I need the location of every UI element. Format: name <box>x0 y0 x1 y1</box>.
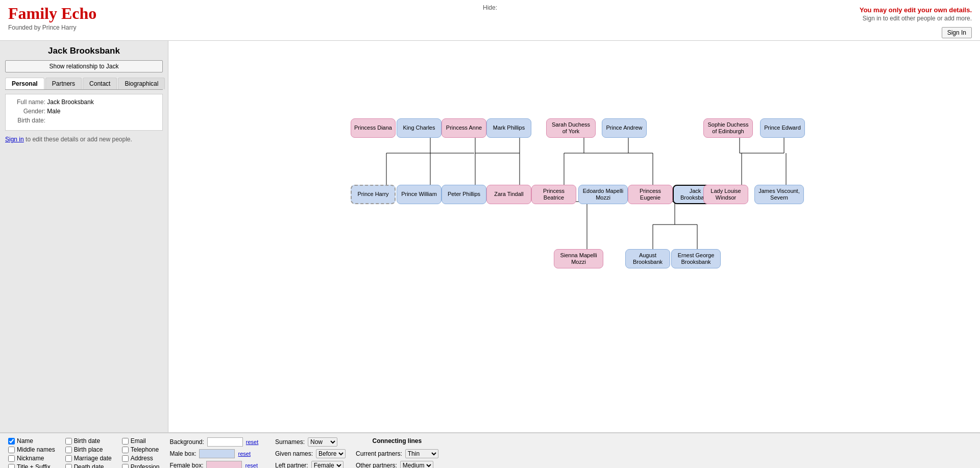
left-partner-select[interactable]: FemaleMaleNone <box>311 461 344 468</box>
sign-in-prompt-text: to edit these details or add new people. <box>26 136 132 143</box>
male-box-label: Male box: <box>169 450 196 457</box>
checkbox-label-profession: Profession <box>131 463 160 468</box>
connecting-lines-section: Connecting lines Current partners: ThinM… <box>356 437 438 468</box>
full-name-value: Jack Brooksbank <box>47 98 93 106</box>
tab-partners[interactable]: Partners <box>45 78 82 89</box>
founded-text: Founded by Prince Harry <box>8 24 96 31</box>
checkbox-label-birth_place: Birth place <box>74 446 103 453</box>
checkbox-profession[interactable] <box>122 464 129 469</box>
current-partners-label: Current partners: <box>356 450 402 457</box>
checkbox-telephone[interactable] <box>122 447 129 453</box>
checkbox-label-middle_names: Middle names <box>17 446 55 453</box>
checkbox-title_suffix[interactable] <box>8 464 15 469</box>
app-title: Family Echo <box>8 4 96 23</box>
checkbox-label-email: Email <box>131 437 146 445</box>
opt-row-birth_date: Birth date <box>65 437 112 445</box>
checkbox-email[interactable] <box>122 438 129 445</box>
tab-contact[interactable]: Contact <box>83 78 117 89</box>
connecting-lines-title: Connecting lines <box>356 437 438 445</box>
gender-label: Gender: <box>10 108 45 115</box>
male-box-color-input[interactable] <box>199 449 235 458</box>
male-box-reset[interactable]: reset <box>238 451 250 457</box>
opt-row-death_date: Death date <box>65 463 112 468</box>
opt-row-address: Address <box>122 455 160 462</box>
female-box-label: Female box: <box>169 462 203 468</box>
opt-row-name: Name <box>8 437 55 445</box>
checkbox-label-death_date: Death date <box>74 463 104 468</box>
checkbox-label-marriage_date: Marriage date <box>74 455 112 462</box>
background-label: Background: <box>169 438 204 446</box>
other-partners-select[interactable]: ThinMediumThickNone <box>400 461 433 468</box>
female-box-color-input[interactable] <box>206 461 242 468</box>
left-partner-label: Left partner: <box>275 462 308 468</box>
sign-in-button[interactable]: Sign In <box>942 27 972 38</box>
opt-row-email: Email <box>122 437 160 445</box>
checkbox-label-telephone: Telephone <box>131 446 159 453</box>
opt-row-birth_place: Birth place <box>65 446 112 453</box>
checkbox-label-name: Name <box>17 437 33 445</box>
checkbox-label-title_suffix: Title + Suffix <box>17 463 51 468</box>
opt-row-telephone: Telephone <box>122 446 160 453</box>
tab-biographical[interactable]: Biographical <box>118 78 165 89</box>
gender-value: Male <box>47 108 60 115</box>
opt-row-nickname: Nickname <box>8 455 55 462</box>
tab-personal[interactable]: Personal <box>5 78 44 89</box>
current-partners-select[interactable]: ThinMediumThickNone <box>405 449 438 458</box>
background-color-input[interactable] <box>207 437 243 447</box>
female-box-reset[interactable]: reset <box>245 462 257 468</box>
checkbox-birth_date[interactable] <box>65 438 72 445</box>
checkbox-nickname[interactable] <box>8 455 15 462</box>
checkbox-label-birth_date: Birth date <box>74 437 100 445</box>
opt-row-marriage_date: Marriage date <box>65 455 112 462</box>
sign-in-link[interactable]: Sign in <box>5 136 24 143</box>
display-settings-section: Surnames: NowBeforeBothNone Given names:… <box>275 437 346 468</box>
sign-in-note: Sign in to edit other people or add more… <box>860 15 972 22</box>
checkbox-middle_names[interactable] <box>8 447 15 453</box>
opt-row-profession: Profession <box>122 463 160 468</box>
surnames-label: Surnames: <box>275 438 305 446</box>
warning-text: You may only edit your own details. <box>860 6 972 14</box>
checkbox-marriage_date[interactable] <box>65 455 72 462</box>
surnames-select[interactable]: NowBeforeBothNone <box>308 437 337 447</box>
opt-row-middle_names: Middle names <box>8 446 55 453</box>
checkbox-label-address: Address <box>131 455 153 462</box>
background-reset[interactable]: reset <box>246 439 258 445</box>
checkbox-label-nickname: Nickname <box>17 455 44 462</box>
checkbox-death_date[interactable] <box>65 464 72 469</box>
options-col2: Birth dateBirth placeMarriage dateDeath … <box>65 437 112 468</box>
birth-date-label: Birth date: <box>10 117 45 124</box>
checkbox-address[interactable] <box>122 455 129 462</box>
options-col3: EmailTelephoneAddressProfessionCompanyIn… <box>122 437 160 468</box>
given-names-select[interactable]: BeforeAfterNone <box>316 449 346 458</box>
person-name: Jack Brooksbank <box>5 46 163 56</box>
given-names-label: Given names: <box>275 450 313 457</box>
checkbox-name[interactable] <box>8 438 15 445</box>
other-partners-label: Other partners: <box>356 462 397 468</box>
full-name-label: Full name: <box>10 98 45 106</box>
box-colors-section: Background: reset Male box: reset Female… <box>169 437 265 468</box>
options-col1: NameMiddle namesNicknameTitle + SuffixSu… <box>8 437 55 468</box>
show-relationship-button[interactable]: Show relationship to Jack <box>5 60 163 72</box>
opt-row-title_suffix: Title + Suffix <box>8 463 55 468</box>
checkbox-birth_place[interactable] <box>65 447 72 453</box>
person-harry[interactable]: Prince Harry <box>351 185 396 204</box>
hide-label: Hide: <box>483 4 497 11</box>
